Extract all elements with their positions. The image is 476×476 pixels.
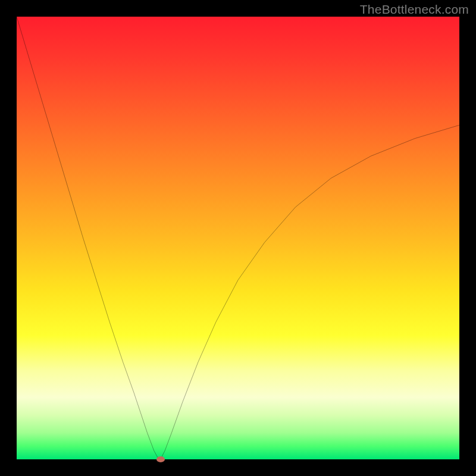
- watermark-text: TheBottleneck.com: [360, 2, 469, 17]
- chart-frame: TheBottleneck.com: [0, 0, 476, 476]
- minimum-marker: [156, 456, 165, 462]
- plot-area: [17, 17, 459, 459]
- bottleneck-curve: [17, 17, 459, 459]
